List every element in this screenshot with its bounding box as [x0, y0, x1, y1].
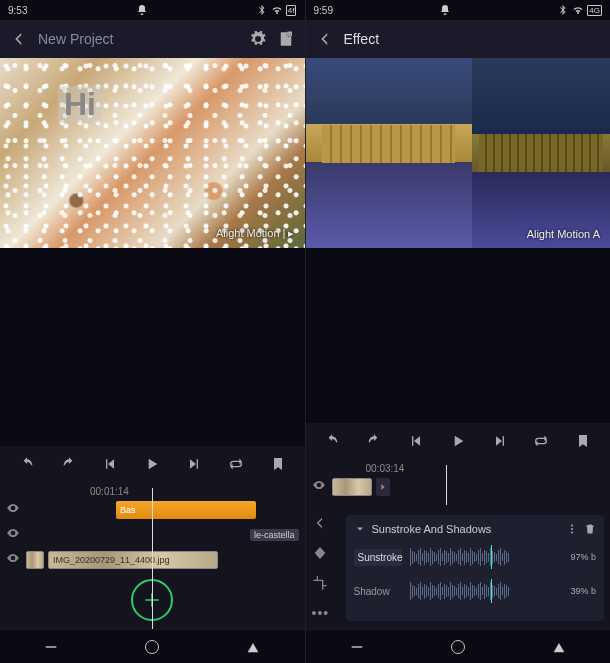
preview-area[interactable]: Hi Alight Motion | ▸: [0, 58, 305, 248]
effect-name[interactable]: Sunstroke And Shadows: [372, 523, 561, 535]
param-value: 39% b: [566, 586, 596, 596]
watermark: Alight Motion A: [527, 228, 600, 240]
more-icon[interactable]: •••: [312, 605, 330, 621]
back-icon[interactable]: [312, 515, 328, 531]
timecode: 00:01:14: [90, 482, 305, 499]
back-icon[interactable]: [10, 30, 28, 48]
playback-toolbar: [306, 423, 611, 459]
eye-icon: [6, 526, 20, 540]
bluetooth-icon: [557, 4, 569, 16]
gear-icon[interactable]: [249, 30, 267, 48]
clip-image[interactable]: IMG_20200729_11_4400.jpg: [48, 551, 218, 569]
loop-icon[interactable]: [228, 456, 244, 472]
clip-tag[interactable]: le-castella: [250, 529, 299, 541]
undo-icon[interactable]: [324, 433, 340, 449]
status-time: 9:53: [8, 5, 27, 16]
title-bar: Effect: [306, 20, 611, 58]
param-label[interactable]: Sunstroke: [354, 549, 402, 566]
wifi-icon: [572, 4, 584, 16]
crop-icon[interactable]: [312, 575, 328, 591]
signal-badge: 4f: [286, 5, 297, 16]
param-value: 97% b: [566, 552, 596, 562]
skip-start-icon[interactable]: [408, 433, 424, 449]
eye-icon: [6, 501, 20, 515]
skip-end-icon[interactable]: [492, 433, 508, 449]
bookmark-icon[interactable]: [270, 456, 286, 472]
track-1[interactable]: [306, 476, 611, 498]
playback-toolbar: [0, 446, 305, 482]
delete-icon[interactable]: [584, 523, 596, 535]
nav-back-icon[interactable]: [245, 639, 261, 655]
status-icons: [136, 4, 148, 16]
bluetooth-icon: [256, 4, 268, 16]
chevron-right-icon: [378, 482, 388, 492]
timecode: 00:03:14: [366, 459, 611, 476]
eye-icon: [6, 551, 20, 565]
playhead[interactable]: [446, 465, 447, 505]
nav-bar: [0, 629, 305, 663]
effect-side-tools: •••: [312, 515, 330, 621]
nav-menu-icon[interactable]: [43, 639, 59, 655]
preview-image: [306, 58, 611, 248]
back-icon[interactable]: [316, 30, 334, 48]
visibility-toggle[interactable]: [6, 526, 22, 544]
nav-back-icon[interactable]: [551, 639, 567, 655]
play-icon[interactable]: [144, 456, 160, 472]
screen-title: Effect: [344, 31, 601, 47]
skip-start-icon[interactable]: [102, 456, 118, 472]
watermark: Alight Motion | ▸: [216, 227, 295, 240]
alarm-icon: [439, 4, 451, 16]
status-bar: 9:59 4G: [306, 0, 611, 20]
keyframe-icon[interactable]: [312, 545, 328, 561]
timeline[interactable]: 00:01:14 Bas le-castella IMG_20200729_11…: [0, 482, 305, 629]
title-bar: New Project: [0, 20, 305, 58]
alarm-icon: [136, 4, 148, 16]
preview-image: [0, 58, 305, 248]
export-icon[interactable]: [277, 30, 295, 48]
nav-home-icon[interactable]: [451, 640, 465, 654]
redo-icon[interactable]: [366, 433, 382, 449]
nav-bar: [306, 629, 611, 663]
visibility-toggle[interactable]: [6, 551, 22, 569]
preview-area[interactable]: Alight Motion A: [306, 58, 611, 248]
status-right: 4f: [256, 4, 297, 16]
clip-label: Bas: [120, 505, 136, 515]
effect-panel: Sunstroke And Shadows Sunstroke 97% b Sh…: [346, 515, 605, 621]
bookmark-icon[interactable]: [575, 433, 591, 449]
project-title[interactable]: New Project: [38, 31, 239, 47]
loop-icon[interactable]: [533, 433, 549, 449]
timeline[interactable]: 00:03:14 ••• Sunstroke And Shadows Sunst…: [306, 459, 611, 629]
param-slider[interactable]: [410, 545, 559, 569]
eye-icon: [312, 478, 326, 492]
status-time: 9:59: [314, 5, 333, 16]
status-bar: 9:53 4f: [0, 0, 305, 20]
param-slider[interactable]: [410, 579, 559, 603]
playhead[interactable]: [152, 488, 153, 629]
nav-menu-icon[interactable]: [349, 639, 365, 655]
clip-orange[interactable]: Bas: [116, 501, 256, 519]
status-icons: [439, 4, 451, 16]
overlay-text: Hi: [58, 86, 102, 123]
undo-icon[interactable]: [19, 456, 35, 472]
play-icon[interactable]: [450, 433, 466, 449]
visibility-toggle[interactable]: [312, 478, 328, 496]
redo-icon[interactable]: [61, 456, 77, 472]
signal-badge: 4G: [587, 5, 602, 16]
param-label[interactable]: Shadow: [354, 586, 402, 597]
visibility-toggle[interactable]: [6, 501, 22, 519]
status-right: 4G: [557, 4, 602, 16]
clip-thumb[interactable]: [332, 478, 372, 496]
skip-end-icon[interactable]: [186, 456, 202, 472]
effect-param-row[interactable]: Sunstroke 97% b: [354, 545, 597, 569]
menu-icon[interactable]: [566, 523, 578, 535]
clip-expand[interactable]: [376, 478, 390, 496]
clip-thumb[interactable]: [26, 551, 44, 569]
wifi-icon: [271, 4, 283, 16]
caret-down-icon[interactable]: [354, 523, 366, 535]
nav-home-icon[interactable]: [145, 640, 159, 654]
effect-param-row[interactable]: Shadow 39% b: [354, 579, 597, 603]
